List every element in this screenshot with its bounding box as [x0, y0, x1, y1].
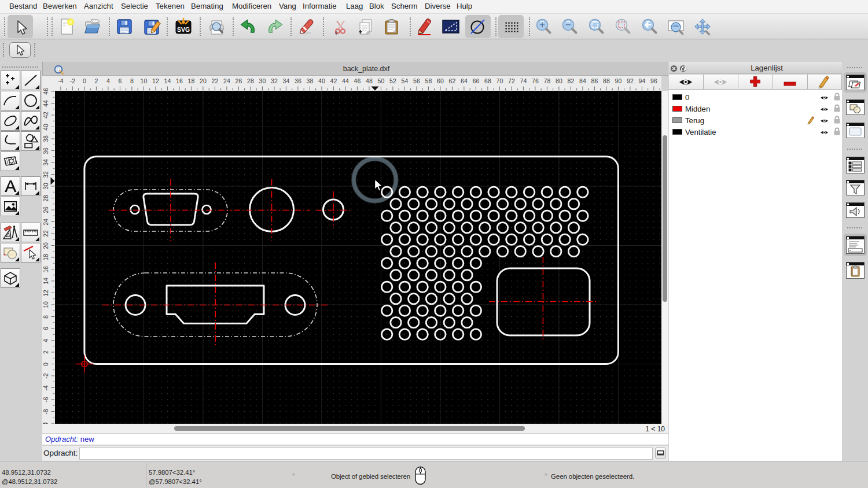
svg-text:SVG: SVG	[177, 26, 190, 33]
